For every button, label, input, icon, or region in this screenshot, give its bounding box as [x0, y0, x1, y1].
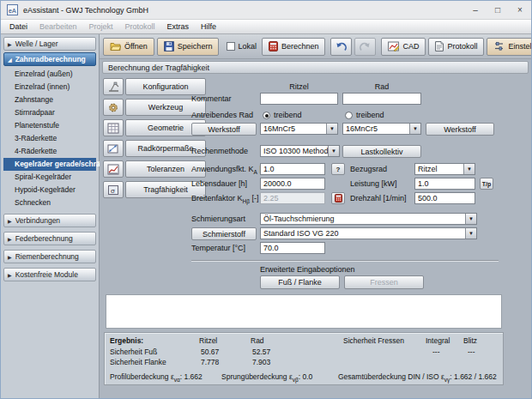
configuration-icon	[107, 82, 120, 93]
sidebar-item-einzelrad-aussen[interactable]: Einzelrad (außen)	[3, 68, 96, 81]
drehzahl-input[interactable]	[414, 192, 475, 204]
toolbar: Öffnen Speichern Lokal Berechnen	[100, 34, 531, 59]
sicherheit-flanke-rad: 7.903	[252, 358, 270, 366]
werkstoff-rad-button[interactable]: Werkstoff	[426, 123, 494, 136]
geometrie-icon-button[interactable]	[103, 119, 124, 136]
menubar: Datei Bearbeiten Projekt Protokoll Extra…	[1, 20, 531, 34]
tragfaehigkeit-icon-button[interactable]: σ	[103, 181, 124, 198]
nav-row-toleranzen: Toleranzen	[103, 160, 206, 178]
kommentar-ritzel-input[interactable]	[260, 93, 338, 105]
collapsed-arrow-icon: ▶	[8, 236, 12, 242]
sidebar-section-welle-lager[interactable]: ▶ Welle / Lager	[3, 37, 96, 51]
lastkollektiv-button[interactable]: Lastkollektiv	[342, 145, 421, 158]
menu-extras[interactable]: Extras	[161, 21, 196, 32]
breitenfaktor-calc-button[interactable]	[331, 192, 345, 204]
sidebar-item-kegelraeder-gerade-schraeg[interactable]: Kegelräder gerade/schräg	[3, 158, 96, 171]
toleranzen-icon-button[interactable]	[103, 160, 124, 178]
nav-row-werkzeug: Werkzeug	[103, 99, 206, 116]
sidebar-item-stirnradpaar[interactable]: Stirnradpaar	[3, 106, 96, 119]
save-button[interactable]: Speichern	[157, 38, 220, 56]
close-button[interactable]: ×	[509, 1, 531, 19]
berechnen-button[interactable]: Berechnen	[262, 38, 326, 56]
undo-button[interactable]	[330, 38, 352, 56]
open-button[interactable]: Öffnen	[103, 38, 154, 56]
nav-row-tragfaehigkeit: σ Tragfähigkeit	[103, 181, 206, 198]
cad-icon	[388, 41, 399, 51]
chevron-down-icon[interactable]: ▼	[409, 124, 420, 134]
werkstoff-ritzel-select[interactable]: 16MnCr5 ▼	[260, 123, 338, 135]
titlebar: eA eAssistant - GWJ Technology GmbH – □ …	[1, 1, 531, 20]
results-col-ritzel: Ritzel	[199, 336, 217, 345]
chevron-down-icon[interactable]: ▼	[328, 146, 339, 156]
werkstoff-ritzel-button[interactable]: Werkstoff	[191, 123, 257, 136]
sidebar-item-zahnstange[interactable]: Zahnstange	[3, 94, 96, 106]
rechenmethode-label: Rechenmethode	[191, 145, 248, 157]
sidebar-section-zahnradberechnung[interactable]: ◢ Zahnradberechnung	[3, 52, 96, 66]
kommentar-label: Kommentar	[191, 93, 232, 105]
chevron-down-icon[interactable]: ▼	[463, 164, 475, 174]
erweiterte-eingabeoptionen-label: Erweiterte Eingabeoptionen	[260, 263, 355, 275]
menu-hilfe[interactable]: Hilfe	[195, 21, 222, 32]
lebensdauer-label: Lebensdauer [h]	[191, 178, 247, 190]
sidebar-section-verbindungen[interactable]: ▶ Verbindungen	[3, 214, 96, 227]
chevron-down-icon[interactable]: ▼	[465, 214, 476, 224]
sidebar-item-planetenstufe[interactable]: Planetenstufe	[3, 119, 96, 132]
redo-icon	[360, 42, 371, 51]
radkoerpermasse-icon-button[interactable]	[103, 140, 124, 157]
anwendungsfaktor-help-button[interactable]: ?	[331, 163, 345, 175]
sidebar-item-4-raederkette[interactable]: 4-Räderkette	[3, 145, 96, 158]
settings-icon	[493, 41, 505, 51]
anwendungsfaktor-label: Anwendungsfkt. KA [-]	[191, 163, 266, 175]
treibend-rad-option: treibend	[345, 109, 384, 121]
results-col-rad: Rad	[251, 336, 264, 345]
lokal-checkbox[interactable]	[227, 42, 235, 51]
sidebar-item-3-raederkette[interactable]: 3-Räderkette	[3, 132, 96, 145]
sicherheit-flanke-ritzel: 7.778	[201, 358, 219, 366]
sicherheit-flanke-label: Sicherheit Flanke	[110, 358, 166, 366]
sidebar-item-schnecken[interactable]: Schnecken	[3, 196, 96, 209]
anwendungsfaktor-input[interactable]	[260, 163, 325, 175]
torque-power-toggle-button[interactable]: T/p	[480, 178, 493, 190]
schmierstoff-select[interactable]: Standard ISO VG 220 ▼	[260, 227, 477, 239]
schmierungsart-select[interactable]: Öl-Tauchschmierung ▼	[260, 213, 477, 225]
sidebar-item-hypoid-kegelraeder[interactable]: Hypoid-Kegelräder	[3, 184, 96, 196]
leistung-input[interactable]	[414, 178, 475, 190]
sidebar-item-einzelrad-innen[interactable]: Einzelrad (innen)	[3, 81, 96, 94]
werkstoff-rad-select[interactable]: 16MnCr5 ▼	[342, 123, 421, 135]
menu-datei[interactable]: Datei	[3, 21, 33, 32]
treibend-rad-radio[interactable]	[345, 112, 353, 119]
window-title: eAssistant - GWJ Technology GmbH	[23, 6, 459, 15]
minimize-button[interactable]: –	[464, 1, 487, 19]
chevron-down-icon[interactable]: ▼	[326, 124, 337, 134]
sidebar-section-riemenberechnung[interactable]: ▶ Riemenberechnung	[3, 250, 96, 263]
fuss-flanke-button[interactable]: Fuß / Flanke	[260, 275, 340, 289]
maximize-button[interactable]: □	[487, 1, 509, 19]
menu-bearbeiten: Bearbeiten	[33, 21, 83, 32]
calculator-icon	[269, 41, 278, 51]
temperatur-input[interactable]	[260, 242, 325, 254]
save-icon	[164, 41, 174, 51]
konfiguration-icon-button[interactable]	[103, 78, 124, 95]
nav-row-konfiguration: Konfiguration	[103, 78, 206, 95]
protokoll-button[interactable]: Protokoll	[428, 38, 484, 56]
sicherheit-fuss-blitz: ---	[468, 348, 475, 356]
lebensdauer-input[interactable]	[260, 178, 325, 190]
schmierstoff-button[interactable]: Schmierstoff	[191, 227, 257, 240]
kommentar-rad-input[interactable]	[342, 93, 421, 105]
einstellungen-button[interactable]: Einstellungen	[487, 38, 532, 56]
folder-open-icon	[110, 41, 121, 51]
sidebar-section-kostenfreie-module[interactable]: ▶ Kostenfreie Module	[3, 268, 96, 281]
divider	[191, 260, 499, 262]
rechenmethode-select[interactable]: ISO 10300 Methode B1 ▼	[260, 145, 340, 157]
sidebar-section-federberechnung[interactable]: ▶ Federberechnung	[3, 232, 96, 245]
profilueberdeckung: Profilüberdeckung εvα: 1.662	[110, 372, 203, 383]
breitenfaktor-input	[260, 192, 325, 204]
sidebar-item-spiral-kegelraeder[interactable]: Spiral-Kegelräder	[3, 171, 96, 184]
cad-button[interactable]: CAD	[381, 38, 426, 56]
bezugsrad-select[interactable]: Ritzel ▼	[414, 163, 475, 175]
werkzeug-icon-button[interactable]	[103, 99, 124, 116]
results-col-integral: Integral	[426, 336, 450, 345]
treibend-ritzel-radio[interactable]	[263, 112, 270, 119]
schmierungsart-label: Schmierungsart	[191, 213, 245, 225]
chevron-down-icon[interactable]: ▼	[465, 228, 476, 239]
